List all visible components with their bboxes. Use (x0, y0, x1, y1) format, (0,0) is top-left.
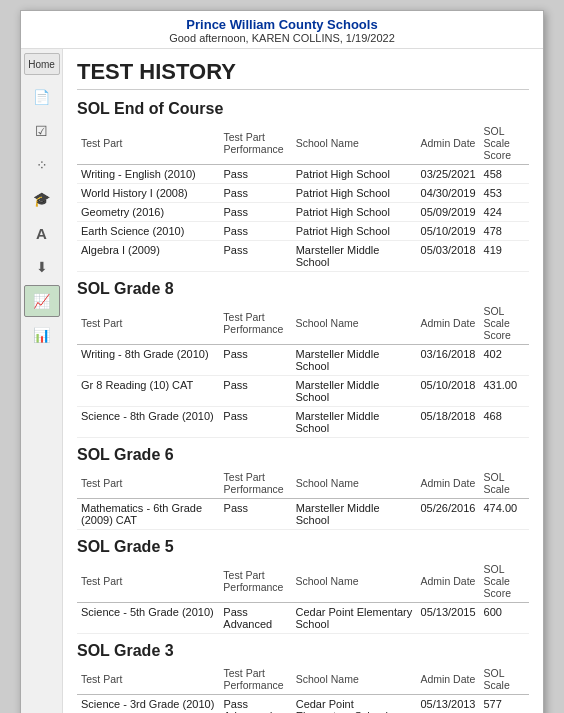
section-title: SOL Grade 6 (77, 446, 529, 464)
table-cell: 600 (480, 603, 529, 634)
sidebar: Home 📄 ☑ ⁘ 🎓 A ⬇ 📈 📊 (21, 49, 63, 713)
table-cell: 05/10/2019 (417, 222, 480, 241)
table-cell: World History I (2008) (77, 184, 219, 203)
table-row: World History I (2008)PassPatriot High S… (77, 184, 529, 203)
sidebar-item-bar-chart[interactable]: 📊 (24, 319, 60, 351)
sidebar-item-download[interactable]: ⬇ (24, 251, 60, 283)
table-cell: 402 (479, 345, 529, 376)
table-cell: 04/30/2019 (417, 184, 480, 203)
data-table: Test PartTest Part PerformanceSchool Nam… (77, 664, 529, 713)
column-header: Test Part Performance (219, 560, 291, 603)
data-table: Test PartTest Part PerformanceSchool Nam… (77, 468, 529, 530)
table-cell: Pass (220, 499, 292, 530)
main-layout: Home 📄 ☑ ⁘ 🎓 A ⬇ 📈 📊 (21, 49, 543, 713)
table-cell: Cedar Point Elementary School (292, 603, 417, 634)
dots-icon: ⁘ (36, 157, 48, 173)
table-cell: Pass (219, 203, 291, 222)
column-header: School Name (292, 664, 417, 695)
sidebar-item-checklist[interactable]: ☑ (24, 115, 60, 147)
table-row: Geometry (2016)PassPatriot High School05… (77, 203, 529, 222)
table-cell: Marsteller Middle School (292, 499, 417, 530)
table-cell: Patriot High School (292, 165, 417, 184)
page-wrapper: Prince William County Schools Good after… (20, 10, 544, 713)
column-header: Admin Date (416, 664, 479, 695)
section-title: SOL Grade 8 (77, 280, 529, 298)
data-table: Test PartTest Part PerformanceSchool Nam… (77, 302, 529, 438)
table-cell: Pass (219, 184, 291, 203)
sidebar-home-button[interactable]: Home (24, 53, 60, 75)
table-cell: 05/13/2013 (416, 695, 479, 714)
download-icon: ⬇ (36, 259, 48, 275)
column-header: Test Part (77, 560, 219, 603)
section-title: SOL Grade 5 (77, 538, 529, 556)
table-cell: Pass Advanced (220, 695, 292, 714)
chart-active-icon: 📈 (33, 293, 50, 309)
table-cell: Writing - English (2010) (77, 165, 219, 184)
table-row: Science - 5th Grade (2010)Pass AdvancedC… (77, 603, 529, 634)
sidebar-item-grad[interactable]: 🎓 (24, 183, 60, 215)
data-table: Test PartTest Part PerformanceSchool Nam… (77, 122, 529, 272)
district-name: Prince William County Schools (31, 17, 533, 32)
sidebar-item-chart-active[interactable]: 📈 (24, 285, 60, 317)
column-header: Test Part (77, 302, 219, 345)
table-row: Writing - English (2010)PassPatriot High… (77, 165, 529, 184)
document-icon: 📄 (33, 89, 50, 105)
column-header: Admin Date (417, 122, 480, 165)
table-cell: Algebra I (2009) (77, 241, 219, 272)
table-cell: 03/16/2018 (416, 345, 479, 376)
checklist-icon: ☑ (35, 123, 48, 139)
table-cell: 05/18/2018 (416, 407, 479, 438)
table-cell: 05/10/2018 (416, 376, 479, 407)
column-header: SOL Scale (479, 468, 529, 499)
column-header: SOL Scale Score (480, 122, 529, 165)
table-cell: Writing - 8th Grade (2010) (77, 345, 219, 376)
table-cell: Pass Advanced (219, 603, 291, 634)
top-header: Prince William County Schools Good after… (21, 11, 543, 49)
column-header: Admin Date (417, 560, 480, 603)
sidebar-item-text[interactable]: A (24, 217, 60, 249)
table-row: Science - 3rd Grade (2010)Pass AdvancedC… (77, 695, 529, 714)
column-header: Test Part (77, 664, 220, 695)
table-cell: Gr 8 Reading (10) CAT (77, 376, 219, 407)
table-row: Earth Science (2010)PassPatriot High Sch… (77, 222, 529, 241)
table-cell: 453 (480, 184, 529, 203)
table-cell: Patriot High School (292, 184, 417, 203)
table-cell: 458 (480, 165, 529, 184)
table-cell: 05/26/2016 (416, 499, 479, 530)
table-cell: Marsteller Middle School (292, 241, 417, 272)
sidebar-item-document[interactable]: 📄 (24, 81, 60, 113)
table-cell: Marsteller Middle School (292, 376, 417, 407)
table-row: Algebra I (2009)PassMarsteller Middle Sc… (77, 241, 529, 272)
column-header: Admin Date (416, 302, 479, 345)
section-title: SOL Grade 3 (77, 642, 529, 660)
table-cell: Pass (219, 165, 291, 184)
text-icon: A (36, 225, 47, 242)
table-row: Writing - 8th Grade (2010)PassMarsteller… (77, 345, 529, 376)
table-cell: Science - 3rd Grade (2010) (77, 695, 220, 714)
column-header: School Name (292, 468, 417, 499)
sidebar-item-dots[interactable]: ⁘ (24, 149, 60, 181)
column-header: Test Part (77, 468, 220, 499)
column-header: Test Part Performance (219, 302, 291, 345)
table-cell: Pass (219, 376, 291, 407)
column-header: Test Part Performance (220, 468, 292, 499)
table-row: Mathematics - 6th Grade (2009) CATPassMa… (77, 499, 529, 530)
table-cell: 03/25/2021 (417, 165, 480, 184)
table-row: Gr 8 Reading (10) CATPassMarsteller Midd… (77, 376, 529, 407)
table-cell: 424 (480, 203, 529, 222)
table-cell: Science - 8th Grade (2010) (77, 407, 219, 438)
table-cell: Geometry (2016) (77, 203, 219, 222)
table-cell: Pass (219, 222, 291, 241)
bar-chart-icon: 📊 (33, 327, 50, 343)
table-cell: Cedar Point Elementary School (292, 695, 417, 714)
table-cell: Patriot High School (292, 222, 417, 241)
table-cell: Mathematics - 6th Grade (2009) CAT (77, 499, 220, 530)
content-area: TEST HISTORY SOL End of CourseTest PartT… (63, 49, 543, 713)
column-header: SOL Scale Score (479, 302, 529, 345)
table-cell: Earth Science (2010) (77, 222, 219, 241)
table-cell: Pass (219, 345, 291, 376)
data-table: Test PartTest Part PerformanceSchool Nam… (77, 560, 529, 634)
column-header: SOL Scale Score (480, 560, 529, 603)
table-cell: 577 (480, 695, 530, 714)
table-row: Science - 8th Grade (2010)PassMarsteller… (77, 407, 529, 438)
